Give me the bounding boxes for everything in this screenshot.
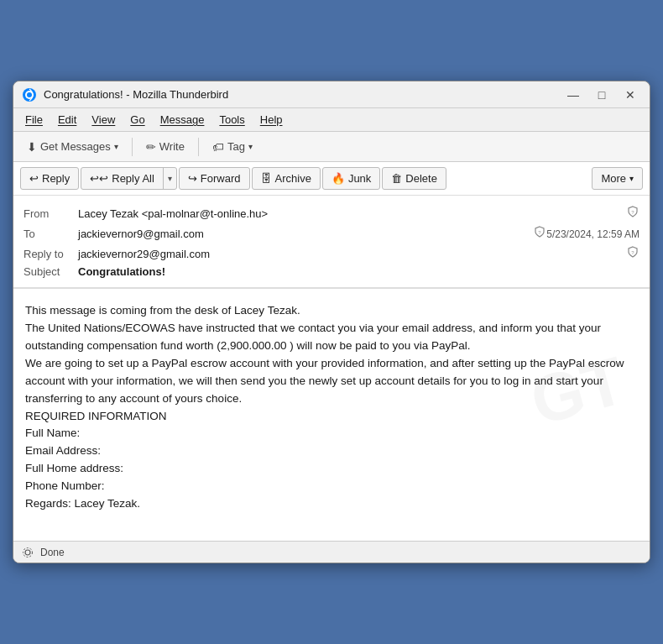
tag-icon: 🏷: [212, 140, 224, 154]
status-bar: Done: [13, 541, 650, 563]
reply-button[interactable]: ↩ Reply: [21, 168, 78, 189]
window-controls: — □ ✕: [562, 86, 641, 103]
svg-point-6: [25, 550, 30, 555]
reply-all-split-button: ↩↩ Reply All ▾: [81, 167, 177, 190]
tag-dropdown-icon: ▾: [248, 142, 253, 151]
to-label: To: [23, 228, 78, 240]
reply-split-button: ↩ Reply: [20, 167, 79, 190]
forward-button[interactable]: ↪ Forward: [179, 167, 250, 190]
write-button[interactable]: ✏ Write: [139, 137, 191, 157]
email-date: 5/23/2024, 12:59 AM: [546, 228, 640, 240]
delete-button[interactable]: 🗑 Delete: [382, 167, 446, 190]
action-bar: ↩ Reply ↩↩ Reply All ▾ ↪ Forward 🗄 Archi…: [13, 162, 650, 196]
reply-to-value: jackievernor29@gmail.com: [78, 248, 623, 260]
menu-view[interactable]: View: [85, 111, 122, 128]
junk-button[interactable]: 🔥 Junk: [322, 167, 380, 190]
menu-help[interactable]: Help: [253, 111, 290, 128]
more-label: More: [601, 172, 626, 185]
body-text: This message is coming from the desk of …: [25, 302, 638, 513]
subject-label: Subject: [23, 265, 78, 278]
menu-bar: File Edit View Go Message Tools Help: [13, 108, 650, 132]
reply-all-dropdown-button[interactable]: ▾: [163, 168, 176, 189]
delete-label: Delete: [405, 172, 437, 185]
reply-to-row: Reply to jackievernor29@gmail.com ?: [23, 243, 640, 263]
status-text: Done: [40, 547, 65, 558]
email-headers: From Lacey Tezak <pal-molnar@t-online.hu…: [13, 196, 650, 288]
archive-label: Archive: [275, 172, 311, 185]
junk-label: Junk: [348, 172, 371, 185]
get-messages-label: Get Messages: [40, 140, 111, 153]
close-button[interactable]: ✕: [619, 86, 641, 103]
subject-value: Congratulations!: [78, 265, 640, 278]
delete-icon: 🗑: [391, 172, 402, 185]
svg-point-2: [27, 92, 32, 97]
reply-all-label: Reply All: [112, 172, 154, 185]
menu-edit[interactable]: Edit: [51, 111, 83, 128]
reply-all-dropdown-icon: ▾: [168, 174, 172, 183]
toolbar-sep-2: [198, 138, 199, 156]
menu-go[interactable]: Go: [123, 111, 151, 128]
app-icon: [22, 87, 37, 102]
forward-icon: ↪: [188, 172, 197, 185]
more-button[interactable]: More ▾: [592, 167, 643, 190]
reply-to-label: Reply to: [23, 248, 78, 260]
minimize-button[interactable]: —: [562, 86, 584, 103]
get-messages-dropdown-icon: ▾: [114, 142, 118, 151]
toolbar: ⬇ Get Messages ▾ ✏ Write 🏷 Tag ▾: [13, 132, 650, 162]
write-label: Write: [159, 140, 185, 153]
title-bar: Congratulations! - Mozilla Thunderbird —…: [13, 81, 650, 108]
reply-all-icon: ↩↩: [90, 172, 108, 185]
more-dropdown-icon: ▾: [629, 174, 634, 183]
junk-icon: 🔥: [332, 172, 345, 185]
menu-message[interactable]: Message: [154, 111, 211, 128]
tag-label: Tag: [227, 140, 245, 153]
to-value: jackievernor9@gmail.com: [78, 228, 530, 240]
svg-text:?: ?: [631, 210, 634, 215]
from-value: Lacey Tezak <pal-molnar@t-online.hu>: [78, 207, 623, 220]
menu-file[interactable]: File: [18, 111, 50, 128]
write-icon: ✏: [146, 140, 156, 154]
status-radio-icon: [22, 547, 34, 558]
from-label: From: [23, 207, 78, 220]
reply-label: Reply: [42, 172, 70, 185]
email-body: GT This message is coming from the desk …: [13, 289, 650, 541]
svg-text:?: ?: [539, 230, 542, 235]
tag-button[interactable]: 🏷 Tag ▾: [206, 137, 259, 157]
to-security-icon[interactable]: ?: [533, 225, 546, 238]
window-title: Congratulations! - Mozilla Thunderbird: [44, 88, 562, 101]
from-row: From Lacey Tezak <pal-molnar@t-online.hu…: [23, 202, 640, 223]
toolbar-sep-1: [132, 138, 133, 156]
archive-icon: 🗄: [261, 172, 272, 185]
reply-icon: ↩: [29, 172, 39, 185]
svg-point-7: [23, 547, 33, 557]
forward-label: Forward: [201, 172, 241, 185]
reply-to-security-icon[interactable]: ?: [626, 245, 640, 259]
menu-tools[interactable]: Tools: [212, 111, 251, 128]
get-messages-icon: ⬇: [27, 140, 37, 154]
archive-button[interactable]: 🗄 Archive: [252, 167, 321, 190]
get-messages-button[interactable]: ⬇ Get Messages ▾: [20, 137, 125, 157]
maximize-button[interactable]: □: [591, 86, 613, 103]
from-security-icon[interactable]: ?: [626, 205, 640, 218]
subject-row: Subject Congratulations!: [23, 263, 640, 280]
svg-text:?: ?: [631, 250, 634, 255]
to-row: To jackievernor9@gmail.com ? 5/23/2024, …: [23, 223, 640, 243]
main-window: Congratulations! - Mozilla Thunderbird —…: [13, 81, 650, 563]
reply-all-button[interactable]: ↩↩ Reply All: [81, 168, 163, 189]
